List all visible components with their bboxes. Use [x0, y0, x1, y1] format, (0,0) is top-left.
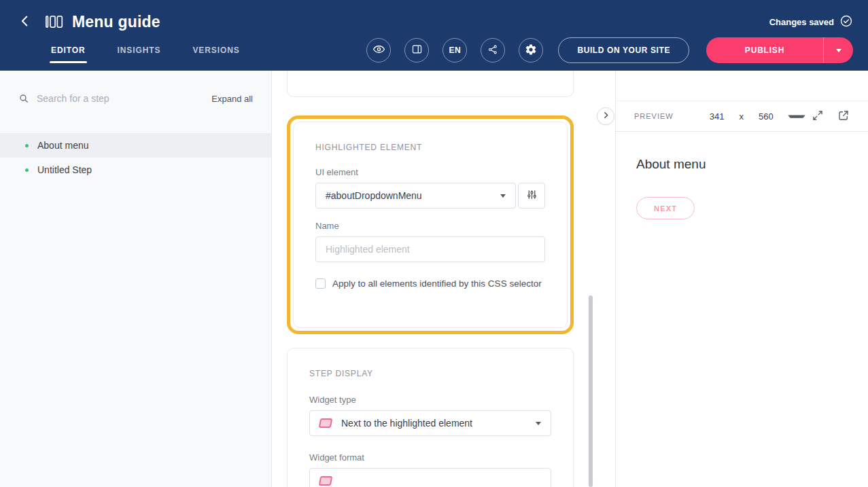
collapse-preview-button[interactable]	[597, 107, 614, 125]
preview-panel: PREVIEW 341 x 560	[615, 71, 868, 487]
preview-next-button[interactable]: NEXT	[636, 197, 695, 219]
chevron-right-icon	[602, 111, 610, 122]
build-on-your-site-button[interactable]: BUILD ON YOUR SITE	[558, 37, 689, 63]
gear-icon	[525, 43, 537, 58]
check-circle-icon	[839, 14, 853, 30]
widget-type-value: Next to the highlighted element	[341, 418, 472, 429]
publish-split-button: PUBLISH	[706, 37, 853, 63]
preview-size-separator: x	[731, 111, 751, 122]
sliders-icon	[526, 189, 538, 202]
expand-arrows-icon	[812, 109, 824, 124]
widget-tooltip-icon	[319, 476, 332, 486]
ui-element-label: UI element	[315, 167, 545, 177]
widget-format-select[interactable]	[309, 468, 551, 487]
sidebar-step-about-menu[interactable]: About menu	[0, 133, 271, 158]
chevron-down-icon	[788, 115, 805, 118]
publish-button[interactable]: PUBLISH	[706, 37, 823, 63]
apply-all-checkbox[interactable]	[315, 278, 326, 289]
preview-eye-button[interactable]	[366, 38, 391, 62]
language-button[interactable]: EN	[442, 38, 467, 62]
preview-open-new-window-button[interactable]	[837, 109, 850, 124]
open-in-new-icon	[837, 109, 850, 124]
step-editor-panel: HIGHLIGHTED ELEMENT UI element #aboutDro…	[272, 71, 615, 487]
step-search-row: Expand all	[0, 88, 271, 109]
name-label: Name	[315, 221, 545, 231]
section-title-highlighted-element: HIGHLIGHTED ELEMENT	[315, 143, 545, 152]
top-header: Menu guide Changes saved EDITOR INSIGHTS…	[0, 0, 868, 71]
eye-icon	[372, 43, 385, 58]
chevron-left-icon	[18, 14, 33, 31]
settings-button[interactable]	[519, 38, 543, 62]
share-button[interactable]	[481, 38, 505, 62]
preview-step-title: About menu	[636, 157, 848, 172]
preview-fullscreen-button[interactable]	[812, 109, 824, 124]
page-title: Menu guide	[72, 13, 160, 31]
step-list: About menu Untitled Step	[0, 133, 271, 182]
step-search-input[interactable]	[37, 93, 211, 104]
header-tabs: EDITOR INSIGHTS VERSIONS	[51, 46, 240, 55]
chevron-down-icon	[836, 49, 841, 52]
step-label: About menu	[37, 140, 89, 151]
element-name-input[interactable]	[315, 236, 545, 262]
preview-size-width: 341	[702, 111, 732, 122]
preview-header: PREVIEW 341 x 560	[616, 101, 868, 132]
widget-tooltip-icon	[319, 418, 332, 428]
search-icon	[18, 93, 29, 104]
app-logo-icon	[45, 14, 63, 30]
chevron-down-icon	[536, 422, 541, 425]
step-display-card: STEP DISPLAY Widget type Next to the hig…	[287, 348, 574, 487]
share-icon	[487, 44, 498, 57]
editor-scrollbar[interactable]	[589, 295, 593, 487]
element-settings-button[interactable]	[518, 183, 545, 209]
selection-highlight-ring: HIGHLIGHTED ELEMENT UI element #aboutDro…	[287, 115, 574, 334]
tab-insights[interactable]: INSIGHTS	[118, 46, 161, 55]
preview-label: PREVIEW	[634, 112, 674, 120]
preview-size-select[interactable]: 341 x 560	[702, 111, 807, 122]
layout-panel-button[interactable]	[404, 38, 429, 62]
tab-editor[interactable]: EDITOR	[51, 46, 86, 55]
publish-dropdown-button[interactable]	[823, 37, 853, 63]
sidebar-step-untitled[interactable]: Untitled Step	[0, 158, 271, 182]
preview-size-height: 560	[751, 111, 781, 122]
chevron-down-icon	[500, 194, 506, 198]
widget-format-label: Widget format	[309, 452, 551, 463]
app-window: Menu guide Changes saved EDITOR INSIGHTS…	[0, 0, 868, 487]
ui-element-value: #aboutDropdownMenu	[326, 190, 422, 201]
highlighted-element-card: HIGHLIGHTED ELEMENT UI element #aboutDro…	[293, 122, 568, 328]
step-label: Untitled Step	[37, 164, 92, 175]
step-dot-icon	[25, 168, 29, 172]
section-title-step-display: STEP DISPLAY	[309, 369, 551, 378]
back-button[interactable]	[15, 12, 35, 32]
card-partial-top	[287, 71, 574, 97]
tab-versions[interactable]: VERSIONS	[192, 46, 239, 55]
widget-type-select[interactable]: Next to the highlighted element	[309, 410, 551, 436]
widget-type-label: Widget type	[309, 395, 551, 405]
steps-sidebar: Expand all About menu Untitled Step	[0, 71, 272, 487]
expand-all-link[interactable]: Expand all	[211, 94, 253, 104]
panel-layout-icon	[411, 43, 423, 57]
changes-saved-text: Changes saved	[769, 17, 834, 27]
changes-saved-status: Changes saved	[769, 14, 853, 30]
ui-element-select[interactable]: #aboutDropdownMenu	[315, 183, 516, 209]
step-dot-icon	[25, 144, 29, 147]
header-actions: EN BUILD ON YOUR SITE PUBLISH	[353, 37, 853, 63]
preview-body: About menu NEXT	[616, 132, 868, 245]
apply-all-label[interactable]: Apply to all elements identified by this…	[332, 278, 542, 289]
